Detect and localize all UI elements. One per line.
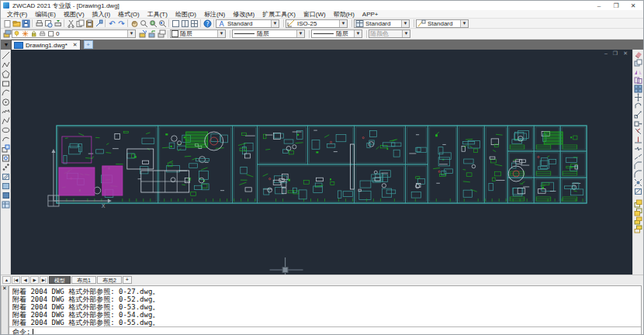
region-button[interactable] [1,190,10,199]
new-button[interactable] [2,19,12,28]
bring-to-front-button[interactable] [634,199,643,208]
spline-button[interactable] [1,116,10,125]
mdi-minimize-button[interactable]: – [604,50,608,57]
layout-tab-layout1[interactable]: 布局1 [71,276,96,284]
menu-item-7[interactable]: 标注(N) [200,10,229,19]
pan-button[interactable] [130,19,139,28]
copy-object-button[interactable] [634,59,643,67]
table-style-combo[interactable]: Standard▼ [354,19,410,28]
send-under-button[interactable] [634,225,643,233]
trim-button[interactable] [634,127,643,136]
send-to-back-button[interactable] [634,208,643,216]
layer-manager-button[interactable] [2,29,12,39]
new-tab-button[interactable]: + [84,40,93,49]
viewport-two-button[interactable] [180,19,189,28]
line-button[interactable] [1,50,10,60]
command-window-grip[interactable] [1,285,9,335]
erase-button[interactable] [634,50,643,59]
plot-style-combo[interactable]: 随颜色▼ [369,29,410,38]
menu-item-8[interactable]: 修改(M) [229,10,258,19]
layer-previous-button[interactable] [147,29,157,39]
chevron-down-icon[interactable]: ▼ [296,30,304,37]
copy-button[interactable] [75,19,85,28]
layout-nav-button-3[interactable]: ▶ [30,276,39,284]
gradient-button[interactable] [1,181,10,190]
open-button[interactable] [12,19,21,28]
chevron-down-icon[interactable]: ▼ [460,20,468,27]
move-button[interactable] [634,93,643,102]
menu-item-4[interactable]: 格式(O) [114,10,144,19]
text-style-combo[interactable]: AStandard▼ [216,19,279,28]
stretch-button[interactable] [634,119,643,127]
chevron-down-icon[interactable]: ▼ [271,20,279,27]
menu-item-10[interactable]: 窗口(W) [299,10,330,19]
cut-button[interactable] [66,19,75,28]
layout-nav-button-1[interactable]: |◀ [12,276,20,284]
make-object-layer-current-button[interactable] [138,29,147,39]
polyline-button[interactable] [1,60,10,69]
chevron-down-icon[interactable]: ▼ [401,20,409,27]
print-preview-button[interactable] [43,19,53,28]
menu-item-5[interactable]: 工具(T) [144,10,171,19]
layout-tab-model[interactable]: 模型 [49,276,71,284]
offset-button[interactable] [634,76,643,85]
rotate-button[interactable] [634,102,643,110]
ellipse-button[interactable] [1,125,10,134]
chevron-down-icon[interactable]: ▼ [402,30,410,37]
command-close-button[interactable]: ✕ [2,285,8,292]
layout-nav-button-4[interactable]: ▶| [40,276,48,284]
hatch-button[interactable] [1,171,10,181]
zoom-realtime-button[interactable] [139,19,148,28]
undo-button[interactable]: ↶ [107,19,116,28]
ellipse-arc-button[interactable] [1,134,10,143]
bring-above-button[interactable] [634,216,643,225]
command-history[interactable]: 附着 2004 DWG 格式外部参照: 0-27.dwg。附着 2004 DWG… [9,286,641,326]
linetype-combo[interactable]: 随层▼ [232,29,305,38]
chevron-down-icon[interactable]: ▼ [339,20,347,27]
lineweight-combo[interactable]: 随层▼ [311,29,362,38]
make-block-button[interactable] [1,153,10,162]
table-button[interactable] [1,199,10,209]
menu-item-2[interactable]: 视图(V) [60,10,88,19]
mirror-button[interactable] [634,67,643,76]
layout-nav-button-2[interactable]: ◀ [21,276,29,284]
break-button[interactable] [634,144,643,153]
mdi-restore-button[interactable]: ❐ [613,50,618,57]
menu-item-3[interactable]: 插入(I) [88,10,115,19]
layer-combo[interactable]: 0▼ [12,29,136,38]
fillet-button[interactable] [634,170,643,178]
add-layout-button[interactable]: + [123,276,132,284]
publish-button[interactable] [53,19,62,28]
point-button[interactable] [1,162,10,171]
help-button[interactable]: ? [203,19,212,28]
array-button[interactable] [634,85,643,93]
close-button[interactable]: ✕ [625,2,641,10]
tab-close-button[interactable]: ✕ [73,41,78,49]
revision-cloud-button[interactable] [1,106,10,116]
chevron-down-icon[interactable]: ▼ [217,30,225,37]
dim-style-combo[interactable]: ISO-25▼ [286,19,348,28]
menu-item-12[interactable]: APP+ [358,11,383,18]
redo-button[interactable]: ↷ [116,19,126,28]
polygon-button[interactable] [1,69,10,78]
menu-item-6[interactable]: 绘图(D) [171,10,200,19]
viewport-four-button[interactable] [189,19,199,28]
color-combo[interactable]: 随层▼ [170,29,226,38]
extend-button[interactable] [634,136,643,144]
layout-nav-button-0[interactable]: ▲ [2,276,11,284]
chevron-down-icon[interactable]: ▼ [127,30,135,37]
menu-item-0[interactable]: 文件(F) [3,10,31,19]
menu-item-1[interactable]: 编辑(E) [31,10,60,19]
layout-tab-layout2[interactable]: 布局2 [97,276,122,284]
insert-block-button[interactable] [1,143,10,153]
viewport-single-button[interactable] [171,19,180,28]
paste-button[interactable] [85,19,94,28]
zoom-window-button[interactable] [148,19,158,28]
mleader-style-combo[interactable]: Standard▼ [416,19,469,28]
command-input[interactable]: 命令: [9,327,641,335]
explode-button[interactable] [634,178,643,187]
menu-item-11[interactable]: 帮助(H) [330,10,358,19]
layer-states-button[interactable] [157,29,166,39]
match-properties-button[interactable] [94,19,103,28]
mdi-close-button[interactable]: ✕ [623,50,628,57]
